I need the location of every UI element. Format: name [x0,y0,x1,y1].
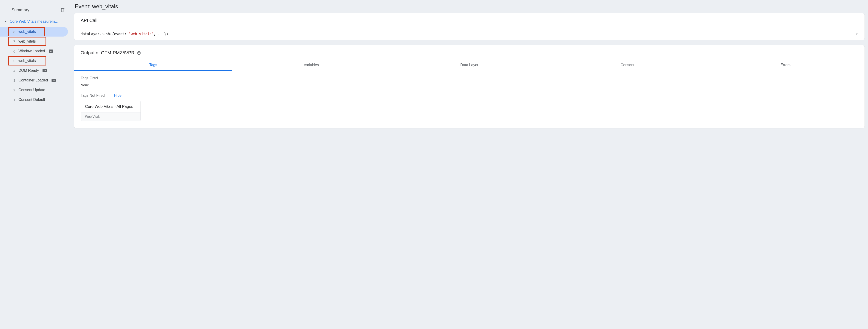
help-icon[interactable] [137,51,141,55]
tags-not-fired-label: Tags Not Fired [81,93,105,98]
event-number: 4 [12,69,15,73]
api-call-title: API Call [74,13,865,28]
output-title: Output of GTM-PMZ5VPR [81,50,134,56]
api-call-card: API Call dataLayer.push({event: "web_vit… [74,13,865,40]
event-item[interactable]: 3 Container Loaded <> [0,76,69,85]
tag-card[interactable]: Core Web Vitals - All Pages Web Vitals [81,101,141,121]
code-icon: <> [52,79,56,82]
event-item[interactable]: 8 web_vitals [0,27,68,36]
tab-body-tags: Tags Fired None Tags Not Fired Hide Core… [74,71,865,128]
tab-tags[interactable]: Tags [74,60,232,71]
event-item[interactable]: 1 Consent Default [0,95,69,105]
output-tabs: Tags Variables Data Layer Consent Errors [74,60,865,71]
tab-errors[interactable]: Errors [707,60,865,71]
event-title: Event: web_vitals [75,3,865,10]
tab-data-layer[interactable]: Data Layer [390,60,548,71]
summary-label: Summary [11,8,29,12]
api-code-string: "web_vitals" [129,32,154,36]
code-icon: <> [49,50,53,53]
api-call-row[interactable]: dataLayer.push({event: "web_vitals", ...… [74,28,865,40]
tags-fired-label: Tags Fired [81,76,858,80]
event-item[interactable]: 2 Consent Update [0,85,69,95]
event-group-title: Core Web Vitals measurem… [10,20,67,24]
event-label: web_vitals [19,59,36,63]
event-number: 3 [12,78,15,82]
main: Event: web_vitals API Call dataLayer.pus… [69,0,868,329]
tab-variables[interactable]: Variables [232,60,390,71]
event-number: 1 [12,98,15,102]
event-number: 2 [12,88,15,92]
event-label: Container Loaded [19,78,48,82]
event-label: Consent Default [19,98,45,102]
tab-consent[interactable]: Consent [548,60,707,71]
event-number: 6 [12,49,15,53]
event-item[interactable]: 5 web_vitals [0,56,69,66]
svg-point-1 [139,54,139,54]
event-label: web_vitals [19,39,36,44]
sidebar: Summary Core Web Vitals measurem… 8 web_… [0,0,69,329]
clear-list-icon[interactable] [60,7,65,12]
api-code-prefix: dataLayer.push({event: [81,32,129,36]
api-call-code: dataLayer.push({event: "web_vitals", ...… [81,32,168,36]
tag-card-type: Web Vitals [81,112,141,121]
chevron-down-icon [4,20,7,23]
tag-card-name: Core Web Vitals - All Pages [81,101,141,112]
tags-not-fired-row: Tags Not Fired Hide [81,93,858,98]
code-icon: <> [42,69,47,72]
event-number: 8 [12,30,15,34]
event-label: Consent Update [19,88,45,92]
event-number: 7 [12,39,15,44]
chevron-down-icon[interactable] [855,32,859,36]
event-label: web_vitals [19,30,36,34]
event-item[interactable]: 4 DOM Ready <> [0,66,69,76]
event-label: DOM Ready [19,68,39,73]
tags-fired-none: None [81,83,858,87]
event-label: Window Loaded [19,49,45,53]
output-title-row: Output of GTM-PMZ5VPR [74,45,865,56]
event-group-header[interactable]: Core Web Vitals measurem… [0,18,69,25]
api-code-suffix: , ...}) [154,32,168,36]
hide-link[interactable]: Hide [114,93,122,98]
event-item[interactable]: 7 web_vitals [0,36,69,46]
summary-row: Summary [0,5,69,18]
event-item[interactable]: 6 Window Loaded <> [0,46,69,56]
output-card: Output of GTM-PMZ5VPR Tags Variables Dat… [74,45,865,129]
event-number: 5 [12,59,15,63]
event-list: 8 web_vitals 7 web_vitals 6 Window Loade… [0,27,69,105]
